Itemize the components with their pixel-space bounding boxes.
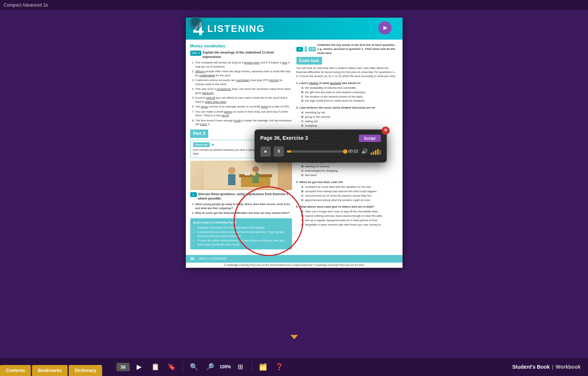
tab-contents[interactable]: Contents: [0, 365, 31, 376]
list-item: A confident he could deal with the situa…: [302, 185, 398, 189]
bookmark-button[interactable]: 🔖: [165, 360, 178, 373]
pages-button[interactable]: 📋: [149, 360, 162, 373]
exam-question-1: 1 Liam's choice of bank account was base…: [296, 81, 398, 103]
list-item: D taxi fares.: [302, 174, 398, 178]
script-button[interactable]: Script: [359, 135, 380, 142]
exercise1-instruction: Explain the meanings of the underlined C…: [203, 51, 292, 59]
list-item: If you're well-off you can afford to sav…: [195, 96, 292, 104]
page-nav-button[interactable]: ⊞: [234, 360, 247, 373]
toolbar-separator2: [252, 361, 252, 372]
question-num: 2 Liam believes the most useful student …: [296, 106, 398, 110]
exam-task-banner: Exam task: [296, 57, 322, 65]
list-item: C unconcerned as he knew his parents wou…: [302, 194, 398, 198]
bookmark-icon: 🔖: [167, 363, 176, 371]
toolbar-separator: [183, 361, 183, 372]
zoom-in-icon: 🔍: [190, 363, 198, 371]
help-button[interactable]: ❓: [273, 360, 286, 373]
zoom-out-button[interactable]: 🔎: [203, 360, 217, 373]
app-title: Compact Advanced 1e: [4, 3, 48, 8]
header-play-button[interactable]: [378, 21, 392, 34]
play-button[interactable]: ▶: [133, 360, 146, 373]
list-item: You can make a small saving on socks in …: [195, 110, 292, 118]
question-num: 6 What advice does Liam give to others w…: [296, 205, 398, 209]
tab-dictionary[interactable]: Dictionary: [69, 365, 102, 376]
exam-question-5: 5 When he got into debt, Liam felt A con…: [296, 180, 398, 202]
exam-question-2: 2 Liam believes the most useful student …: [296, 106, 398, 128]
list-item: Underline the key words in the first lin…: [198, 230, 289, 238]
exercise1-header: CD1 1 Explain the meanings of the underl…: [190, 51, 292, 59]
list-item: The company will survive as long as it b…: [195, 61, 292, 69]
list-item: Customers whose accounts are overdrawn m…: [195, 79, 292, 86]
bar5: [379, 150, 381, 155]
list-item: When young people go away to study, wher…: [195, 202, 292, 211]
help-icon: ❓: [275, 363, 283, 371]
section-title: Money vocabulary: [190, 43, 292, 49]
exercise2-list: When young people go away to study, wher…: [190, 202, 292, 216]
book-link-separator: |: [552, 364, 553, 370]
exercise2-instruction: Discuss these questions, using expressio…: [198, 192, 292, 201]
player-close-button[interactable]: ✕: [382, 127, 390, 135]
quick-steps-list: Read the instructions for information ab…: [193, 226, 289, 247]
list-item: D Negotiate a lower interest rate with t…: [302, 223, 398, 227]
svg-rect-6: [228, 174, 235, 185]
svg-point-1: [191, 18, 200, 26]
orange-triangle-indicator: [291, 335, 298, 339]
question-options: A the availability of interest-free over…: [296, 86, 398, 103]
track-badge: 1:10: [309, 47, 316, 51]
tab-buttons: Contents Bookmarks Dictionary: [0, 358, 103, 376]
top-bar: Compact Advanced 1e: [0, 0, 588, 10]
question-num: 1 Liam's choice of bank account was base…: [296, 81, 398, 85]
play-icon: ▶: [137, 363, 142, 371]
page-nav-icon: ⊞: [238, 363, 243, 371]
stop-button[interactable]: [260, 146, 271, 157]
svg-rect-9: [245, 172, 250, 175]
list-item: A Take out a longer-term loan to pay off…: [302, 210, 398, 214]
progress-bar-track[interactable]: [287, 150, 345, 153]
player-title: Page 36, Exercise 3: [260, 135, 308, 142]
footer-unit-text: UNIT 4 LISTENING: [198, 256, 227, 261]
exercise2-header: 2 Discuss these questions, using express…: [190, 192, 292, 201]
quick-steps-box: Quick steps to Listening Part 3 Read the…: [190, 218, 292, 249]
list-item: C overcharged for shopping.: [302, 169, 398, 173]
discussion-image: [190, 161, 292, 190]
bar2: [373, 152, 374, 155]
pause-button[interactable]: [274, 146, 284, 157]
tools-icon: 🗂️: [259, 363, 267, 371]
pages-icon: 📋: [151, 363, 159, 371]
exercise1-list: The company will survive as long as it b…: [190, 61, 292, 127]
page-footer: 36 UNIT 4 LISTENING: [186, 255, 403, 263]
list-item: Read the instructions for information ab…: [198, 226, 289, 230]
list-item: This was once a prosperous town, but sin…: [195, 87, 292, 95]
question-options: A overspending on clothes. B wasting on …: [296, 160, 398, 178]
footer-page-num: 36: [190, 256, 195, 262]
exercise2-badge: 2: [190, 192, 197, 197]
list-item: Why do some get into financial difficult…: [195, 211, 292, 215]
zoom-percent: 100%: [220, 364, 231, 369]
list-item: B going to the cinema.: [302, 115, 398, 119]
audio-badge: 3: [304, 46, 307, 52]
list-item: B wasting on luxuries.: [302, 165, 398, 169]
main-area: 4 LISTENING Money vocabulary CD1 1 Expla…: [0, 10, 588, 376]
volume-icon[interactable]: 🔊: [361, 148, 368, 155]
exercise3-header: 3 3 1:10 Underline the key words in the …: [296, 43, 398, 55]
listening-title: LISTENING: [207, 22, 265, 35]
student-book-link[interactable]: Student's Book: [512, 364, 550, 370]
progress-bar-fill: [287, 150, 292, 153]
list-item: The firm doesn't have enough funds to re…: [195, 119, 292, 127]
exercise3-instruction: Underline the key words in the first lin…: [317, 43, 398, 55]
tab-bookmarks[interactable]: Bookmarks: [32, 365, 68, 376]
list-item: A the availability of interest-free over…: [302, 86, 398, 90]
list-item: Choose the option that expresses the sam…: [198, 239, 289, 247]
toolbar-page-number: 36: [116, 363, 130, 371]
list-item: The gross income of an average worker is…: [195, 105, 292, 109]
list-item: B the gift from the bank to new student …: [302, 91, 398, 95]
workbook-link[interactable]: Workbook: [556, 364, 581, 370]
signal-bars-icon: [371, 148, 381, 155]
exam-tip-arrow: ▶: [212, 142, 215, 146]
tools-button[interactable]: 🗂️: [256, 360, 270, 373]
bar3: [375, 150, 376, 155]
part3-banner: Part 3: [190, 129, 208, 138]
exam-question-6: 6 What advice does Liam give to others w…: [296, 205, 398, 227]
zoom-in-button[interactable]: 🔍: [187, 360, 201, 373]
question-options: A confident he could deal with the situa…: [296, 185, 398, 202]
